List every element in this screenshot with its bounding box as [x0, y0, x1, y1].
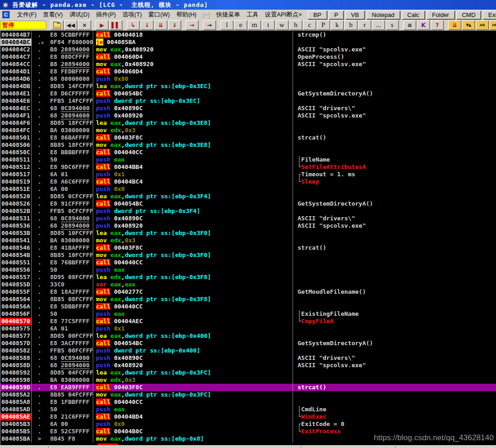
disasm-row[interactable]: 0040855F.E8 18A2FFFFcall 0040277CGetMoud…: [0, 288, 496, 296]
disasm-row[interactable]: 0040852B.FFB5 0CFCFFFFpush dword ptr ss:…: [0, 207, 496, 215]
disasm-row[interactable]: 00408577.8D85 00FCFFFFlea eax,dword ptr …: [0, 332, 496, 340]
menu-button-calc[interactable]: Calc: [402, 11, 425, 19]
disasm-row[interactable]: 004084E1.E8 D6CFFFFFcall 004054BCGetSyst…: [0, 90, 496, 97]
disasm-row[interactable]: 004085A2.8B85 04FCFFFFmov eax,dword ptr …: [0, 391, 496, 398]
disasm-row[interactable]: 004084D6.68 80000000push 0x80: [0, 75, 496, 83]
disassembly-pane[interactable]: 004084B7.E8 5CBBFFFFcall 00404018strcmp(…: [0, 31, 496, 445]
disasm-row[interactable]: 004085AE.E8 21C6FFFFcall 00404BD4└WinExe…: [0, 413, 496, 420]
disasm-row[interactable]: 004084BC.v0F84 F8000000je 004085BA: [0, 39, 496, 46]
disasm-row[interactable]: 00408564.8B85 08FCFFFFmov eax,dword ptr …: [0, 296, 496, 303]
menu-button-notepad[interactable]: Notepad: [366, 11, 400, 19]
disasm-row[interactable]: 00408575.6A 01push 0x1: [0, 325, 496, 332]
disasm-row[interactable]: 0040856F.50push eax│ExistingFileName: [0, 310, 496, 318]
disasm-row[interactable]: 004085A8.E8 1FBBFFFFcall 004040CC: [0, 398, 496, 406]
log-panel-icon[interactable]: l: [220, 20, 233, 30]
menu-button-folder[interactable]: Folder: [427, 11, 455, 19]
disasm-row[interactable]: 00408598.BA 03000000mov edx,0x3: [0, 376, 496, 384]
threads-icon[interactable]: t: [262, 20, 275, 30]
patches-icon[interactable]: P: [317, 20, 330, 30]
disasm-row[interactable]: 00408551.E8 76BBFFFFcall 004040CC: [0, 259, 496, 266]
menu-item-2[interactable]: 调试(D): [66, 10, 93, 20]
disasm-row[interactable]: 0040857D.E8 3ACFFFFFcall 004054BCGetSyst…: [0, 340, 496, 347]
menu-button-bp[interactable]: BP: [308, 11, 327, 19]
jump-up-down-icon[interactable]: ▼▲: [462, 20, 475, 30]
jump-down-icon[interactable]: ⇊: [448, 20, 461, 30]
menu-item-4[interactable]: 选项(T): [119, 10, 145, 20]
disasm-row[interactable]: 00408556.50push eax: [0, 266, 496, 274]
call-stack-icon[interactable]: k: [331, 20, 344, 30]
step-over-icon[interactable]: ↓: [141, 20, 153, 30]
disasm-row[interactable]: 00408570.E8 77C5FFFFcall 00404AEC└CopyFi…: [0, 318, 496, 325]
menu-extra-item-0[interactable]: 快捷菜单: [213, 10, 243, 20]
disasm-row[interactable]: 004084FC.BA 03000000mov edx,0x3: [0, 127, 496, 134]
menu-extra-item-1[interactable]: 工具: [243, 10, 262, 20]
pause-icon[interactable]: ▌▌: [109, 20, 122, 30]
disasm-row[interactable]: 0040853B.8D85 10FCFFFFlea eax,dword ptr …: [0, 230, 496, 237]
disasm-row[interactable]: 0040850C.E8 BBBBFFFFcall 004040CC: [0, 149, 496, 156]
menu-extra-item-2[interactable]: 设置API断点>: [262, 10, 305, 20]
windows-icon[interactable]: w: [276, 20, 288, 30]
disasm-row[interactable]: 004085B3.6A 00push 0x0┌ExitCode = 0: [0, 420, 496, 428]
menu-button-cmd[interactable]: CMD: [457, 11, 481, 19]
disasm-row[interactable]: 0040854B.8B85 10FCFFFFmov eax,dword ptr …: [0, 252, 496, 259]
run-trace-icon[interactable]: ...: [372, 20, 385, 30]
disasm-row[interactable]: 004084F6.8D85 18FCFFFFlea eax,dword ptr …: [0, 119, 496, 127]
disasm-row[interactable]: 0040856A.E8 5DBBFFFFcall 004040CC: [0, 303, 496, 310]
menu-item-5[interactable]: 窗口(W): [145, 10, 173, 20]
disasm-row[interactable]: 00408501.E8 86BAFFFFcall 00403F8Cstrcat(…: [0, 134, 496, 141]
menu-button-p[interactable]: P: [329, 11, 344, 19]
disasm-row[interactable]: 00408582.FFB5 00FCFFFFpush dword ptr ss:…: [0, 347, 496, 354]
disasm-row[interactable]: 00408512.E8 9DC6FFFFcall 00404BB4└SetFil…: [0, 163, 496, 171]
disasm-row[interactable]: 00408506.8B85 18FCFFFFmov eax,dword ptr …: [0, 141, 496, 149]
disasm-row[interactable]: 004084C7.E8 08DCFFFFcall 004060D4OpenPro…: [0, 53, 496, 61]
disasm-row[interactable]: 004084CC.B8 20894000mov eax,0x408920ASCI…: [0, 61, 496, 68]
disasm-row[interactable]: 00408592.8D85 04FCFFFFlea eax,dword ptr …: [0, 369, 496, 376]
step-into-icon[interactable]: ↳: [127, 20, 140, 30]
disasm-row[interactable]: 00408536.68 20894000push 0x408920ASCII "…: [0, 222, 496, 230]
menu-item-0[interactable]: 文件(F): [14, 10, 40, 20]
disasm-row[interactable]: 004084EC.68 0C894000push 0x40890CASCII "…: [0, 105, 496, 112]
disasm-row[interactable]: 004084B7.E8 5CBBFFFFcall 00404018strcmp(…: [0, 31, 496, 39]
k-plugin-icon[interactable]: K: [417, 20, 430, 30]
disasm-row[interactable]: 0040859D.E8 EAB9FFFFcall 00403F8Cstrcat(…: [0, 384, 496, 391]
handles-icon[interactable]: h: [289, 20, 302, 30]
disasm-row[interactable]: 004084DB.8D85 14FCFFFFlea eax,dword ptr …: [0, 83, 496, 90]
hbp-icon[interactable]: HBP: [490, 20, 496, 30]
disasm-row[interactable]: 00408511.50push eax│FileName: [0, 156, 496, 163]
disasm-row[interactable]: 00408519.E8 A6C6FFFFcall 00404BC4└Sleep: [0, 178, 496, 185]
help-icon[interactable]: ?: [431, 20, 444, 30]
disasm-row[interactable]: 004084C2.B8 20894000mov eax,0x408920ASCI…: [0, 46, 496, 53]
disasm-row[interactable]: 004084E6.FFB5 14FCFFFFpush dword ptr ss:…: [0, 97, 496, 105]
disasm-row[interactable]: 00408531.68 0C894000push 0x40890CASCII "…: [0, 215, 496, 222]
references-icon[interactable]: r: [358, 20, 371, 30]
disasm-row[interactable]: 004084F1.68 20894000push 0x408920ASCII "…: [0, 112, 496, 119]
disasm-row[interactable]: 00408526.E8 91CFFFFFcall 004054BCGetSyst…: [0, 200, 496, 207]
close-icon[interactable]: ×: [78, 20, 91, 30]
menu-item-1[interactable]: 查看(V): [40, 10, 66, 20]
disasm-row[interactable]: 00408541.BA 03000000mov edx,0x3: [0, 237, 496, 244]
open-file-icon[interactable]: [51, 20, 63, 30]
disasm-row[interactable]: 004084D1.E8 FEDBFFFFcall 004060D4: [0, 68, 496, 75]
source-icon[interactable]: s: [386, 20, 399, 30]
animate-into-icon[interactable]: ⇊: [154, 20, 167, 30]
breakpoints-icon[interactable]: b: [344, 20, 357, 30]
menu-item-6[interactable]: 帮助(H): [173, 10, 200, 20]
disasm-row[interactable]: 0040851E.6A 00push 0x0: [0, 185, 496, 193]
memory-map-icon[interactable]: m: [248, 20, 261, 30]
disasm-row[interactable]: 00408557.8D95 08FCFFFFlea edx,dword ptr …: [0, 274, 496, 281]
menu-item-3[interactable]: 插件(P): [93, 10, 119, 20]
disasm-row[interactable]: 0040858D.68 20894000push 0x408920ASCII "…: [0, 362, 496, 369]
restart-icon[interactable]: ◀◀: [64, 20, 77, 30]
run-to-return-icon[interactable]: →: [186, 20, 198, 30]
disasm-row[interactable]: 00408546.E8 41BAFFFFcall 00403F8Cstrcat(…: [0, 244, 496, 252]
disasm-row[interactable]: 004085AD.50push eax│CmdLine: [0, 406, 496, 413]
ab-labels-icon[interactable]: AB: [476, 20, 489, 30]
executable-modules-icon[interactable]: e: [234, 20, 247, 30]
mdi-child-icon[interactable]: C: [2, 11, 10, 18]
disasm-row[interactable]: 00408588.68 0C894000push 0x40890CASCII "…: [0, 354, 496, 362]
options-list-icon[interactable]: ≡: [403, 20, 416, 30]
run-icon[interactable]: ▶: [96, 20, 108, 30]
disasm-row[interactable]: 00408520.8D85 0CFCFFFFlea eax,dword ptr …: [0, 193, 496, 200]
disasm-row[interactable]: 0040855D.33C0xor eax,eax: [0, 281, 496, 288]
menu-button-exit[interactable]: Exit: [483, 11, 496, 19]
